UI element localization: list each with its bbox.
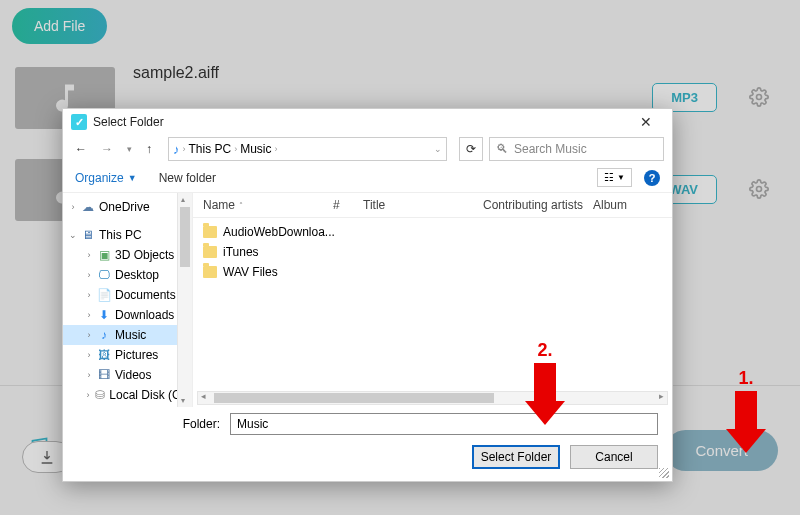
view-mode-button[interactable]: ☷ ▼ — [597, 168, 632, 187]
dialog-titlebar: Select Folder ✕ — [63, 109, 672, 135]
tree-item-thispc[interactable]: ⌄🖥This PC — [63, 225, 192, 245]
folder-tree: ›☁OneDrive ⌄🖥This PC ›▣3D Objects ›🖵Desk… — [63, 193, 193, 407]
folder-label: Folder: — [183, 417, 220, 431]
list-header: Name˄ # Title Contributing artists Album — [193, 193, 672, 218]
cancel-button[interactable]: Cancel — [570, 445, 658, 469]
list-scrollbar[interactable] — [197, 391, 668, 405]
col-name[interactable]: Name˄ — [193, 198, 333, 212]
recent-dropdown-icon[interactable]: ▾ — [123, 142, 136, 156]
refresh-icon[interactable]: ⟳ — [459, 137, 483, 161]
breadcrumb-item[interactable]: This PC — [189, 142, 232, 156]
col-album[interactable]: Album — [593, 198, 643, 212]
list-item[interactable]: WAV Files — [193, 262, 672, 282]
col-num[interactable]: # — [333, 198, 363, 212]
chevron-right-icon: › — [183, 144, 186, 154]
tree-item-documents[interactable]: ›📄Documents — [63, 285, 192, 305]
music-icon: ♪ — [173, 142, 180, 157]
close-icon[interactable]: ✕ — [628, 114, 664, 130]
organize-button[interactable]: Organize ▼ — [75, 171, 137, 185]
tree-item-music[interactable]: ›♪Music — [63, 325, 192, 345]
app-icon — [71, 114, 87, 130]
chevron-right-icon: › — [234, 144, 237, 154]
up-icon[interactable]: ↑ — [142, 140, 156, 158]
list-item[interactable]: iTunes — [193, 242, 672, 262]
breadcrumb[interactable]: ♪ › This PC › Music › ⌄ — [168, 137, 447, 161]
folder-icon — [203, 226, 217, 238]
tree-item-downloads[interactable]: ›⬇Downloads — [63, 305, 192, 325]
search-icon: 🔍︎ — [496, 142, 508, 156]
back-icon[interactable]: ← — [71, 140, 91, 158]
tree-scrollbar[interactable] — [177, 193, 192, 407]
help-icon[interactable]: ? — [644, 170, 660, 186]
new-folder-button[interactable]: New folder — [159, 171, 216, 185]
select-folder-button[interactable]: Select Folder — [472, 445, 560, 469]
resize-grip-icon[interactable] — [659, 468, 669, 478]
forward-icon: → — [97, 140, 117, 158]
tree-item-desktop[interactable]: ›🖵Desktop — [63, 265, 192, 285]
dialog-title: Select Folder — [93, 115, 164, 129]
tree-item-localdisk[interactable]: ›⛁Local Disk (C:) — [63, 385, 192, 405]
folder-icon — [203, 246, 217, 258]
folder-icon — [203, 266, 217, 278]
tree-item-pictures[interactable]: ›🖼Pictures — [63, 345, 192, 365]
col-title[interactable]: Title — [363, 198, 483, 212]
file-list: Name˄ # Title Contributing artists Album… — [193, 193, 672, 407]
tree-item-onedrive[interactable]: ›☁OneDrive — [63, 197, 192, 217]
folder-input[interactable] — [230, 413, 658, 435]
select-folder-dialog: Select Folder ✕ ← → ▾ ↑ ♪ › This PC › Mu… — [62, 108, 673, 482]
tree-item-videos[interactable]: ›🎞Videos — [63, 365, 192, 385]
chevron-right-icon: › — [275, 144, 278, 154]
chevron-down-icon: ▼ — [128, 173, 137, 183]
dialog-nav: ← → ▾ ↑ ♪ › This PC › Music › ⌄ ⟳ 🔍︎ Sea… — [63, 135, 672, 163]
dialog-toolbar: Organize ▼ New folder ☷ ▼ ? — [63, 163, 672, 193]
annotation-1: 1. — [726, 368, 766, 453]
col-contrib[interactable]: Contributing artists — [483, 198, 593, 212]
breadcrumb-item[interactable]: Music — [240, 142, 271, 156]
search-input[interactable]: 🔍︎ Search Music — [489, 137, 664, 161]
annotation-2: 2. — [525, 340, 565, 425]
sort-asc-icon: ˄ — [239, 201, 243, 210]
search-placeholder: Search Music — [514, 142, 587, 156]
dialog-footer: Folder: Select Folder Cancel — [63, 407, 672, 481]
tree-item-3dobjects[interactable]: ›▣3D Objects — [63, 245, 192, 265]
chevron-down-icon[interactable]: ⌄ — [434, 144, 442, 154]
list-item[interactable]: AudioWebDownloa... — [193, 222, 672, 242]
